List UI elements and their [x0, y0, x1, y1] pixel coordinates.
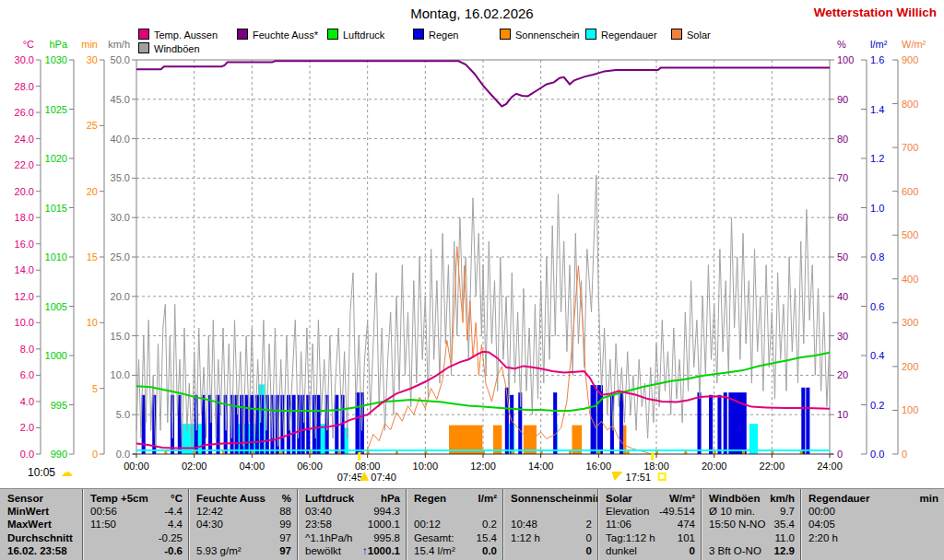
axis-pct: 0102030405060708090100%: [830, 39, 854, 460]
table-cell-value: 4.4: [168, 518, 183, 531]
table-cell-left: MaxWert: [7, 518, 52, 531]
svg-text:1000: 1000: [45, 350, 67, 361]
svg-text:14.0: 14.0: [15, 264, 34, 275]
table-cell-value: -4.4: [164, 505, 183, 518]
weather-chart: 0.02.04.06.08.010.012.014.016.018.020.02…: [0, 0, 944, 488]
table-row: 1:12 h0: [503, 531, 597, 544]
table-cell-value: 994.3: [373, 505, 400, 518]
svg-text:0: 0: [837, 449, 843, 460]
table-cell-value: km/h: [770, 492, 795, 505]
table-row: ^1.1hPa/h995.8: [298, 531, 406, 544]
svg-text:0.4: 0.4: [870, 350, 884, 361]
table-row: MinWert: [0, 505, 82, 518]
table-cell-value: -0.25: [159, 531, 183, 544]
svg-text:20.0: 20.0: [111, 291, 130, 302]
svg-text:1020: 1020: [45, 153, 67, 164]
table-cell-left: Solar: [606, 492, 632, 505]
sunset-time: 17:51: [626, 472, 652, 483]
svg-text:1.6: 1.6: [870, 54, 884, 65]
table-row: 04:3099: [189, 518, 297, 531]
svg-text:16.0: 16.0: [15, 239, 34, 250]
svg-text:900: 900: [902, 54, 918, 65]
table-row: dunkel0: [598, 544, 701, 557]
table-column-sensor: SensorMinWertMaxWertDurchschnitt16.02. 2…: [0, 489, 82, 560]
svg-text:5.0: 5.0: [116, 409, 130, 420]
svg-text:1.0: 1.0: [870, 203, 884, 214]
svg-text:8.0: 8.0: [20, 344, 34, 355]
table-row: 5.93 g/m²97: [189, 544, 297, 557]
svg-text:25.0: 25.0: [111, 251, 130, 262]
svg-text:30.0: 30.0: [15, 54, 34, 65]
table-row: 04:05: [801, 518, 944, 531]
table-cell-left: 11:50: [90, 518, 116, 531]
table-row: 2:20 h: [801, 531, 944, 544]
table-row: 12:4288: [189, 505, 297, 518]
table-cell-left: 00:12: [414, 518, 441, 531]
x-tick-label: 14:00: [528, 461, 554, 472]
svg-text:1030: 1030: [45, 54, 67, 65]
table-column-windb-en: Windböenkm/hØ 10 min.9.715:50 N-NO35.411…: [701, 489, 800, 560]
table-cell-left: Luftdruck: [305, 492, 354, 505]
table-row: Durchschnitt: [0, 531, 82, 544]
table-cell-value: 0: [690, 544, 695, 557]
table-cell-value: hPa: [381, 492, 400, 505]
svg-text:300: 300: [902, 317, 918, 328]
svg-text:5: 5: [92, 383, 98, 394]
sun-annotations: 07:4507:4017:51: [337, 452, 666, 483]
svg-text:80: 80: [837, 134, 848, 145]
table-cell-left: Windböen: [709, 492, 760, 505]
svg-text:6.0: 6.0: [20, 369, 34, 380]
table-cell-left: Elevation: [606, 505, 649, 518]
table-row: 03:40994.3: [298, 505, 406, 518]
table-row: -0.25: [83, 531, 188, 544]
table-cell-value: 97: [279, 544, 291, 557]
table-column-luftdruck: LuftdruckhPa03:40994.323:581000.1^1.1hPa…: [297, 489, 406, 560]
table-cell-value: 0: [586, 531, 592, 544]
table-column-solar: SolarW/m²Elevation-49.51411:06474Tag:1:1…: [597, 489, 701, 560]
table-cell-value: °C: [171, 492, 183, 505]
svg-text:0.0: 0.0: [20, 449, 34, 460]
table-cell-left: 3 Bft O-NO: [709, 544, 761, 557]
svg-text:30.0: 30.0: [111, 212, 130, 223]
table-row: 15.4 l/m²0.0: [407, 544, 502, 557]
table-cell-left: ^1.1hPa/h: [305, 531, 352, 544]
svg-text:0: 0: [92, 449, 98, 460]
axis-temp: 0.02.04.06.08.010.012.014.016.018.020.02…: [15, 39, 41, 460]
table-cell-value: 99: [279, 518, 291, 531]
svg-text:10: 10: [87, 317, 98, 328]
svg-text:100: 100: [837, 54, 854, 65]
table-row: Tag:1:12 h101: [598, 531, 701, 544]
sunset-icon: [612, 472, 623, 481]
svg-text:1025: 1025: [45, 104, 67, 115]
table-cell-value: %: [282, 492, 291, 505]
table-cell-value: 35.4: [774, 518, 795, 531]
sunrise-time-a: 07:45: [337, 472, 363, 483]
svg-text:40.0: 40.0: [111, 134, 130, 145]
table-row: Gesamt:15.4: [407, 531, 502, 544]
axis-unit-lm2: l/m²: [870, 39, 888, 50]
table-cell-left: Temp +5cm: [90, 492, 148, 505]
svg-text:600: 600: [902, 186, 918, 197]
axis-lm2: 0.00.20.40.60.81.01.21.41.6l/m²: [861, 39, 888, 460]
svg-text:995: 995: [51, 400, 67, 411]
table-cell-left: 16.02. 23:58: [7, 544, 67, 557]
table-column-feuchte-auss: Feuchte Auss%12:428804:3099975.93 g/m²97: [188, 489, 297, 560]
svg-text:90: 90: [837, 94, 848, 105]
table-row: LuftdruckhPa: [298, 492, 406, 505]
svg-text:18.0: 18.0: [15, 212, 34, 223]
svg-text:1015: 1015: [45, 203, 67, 214]
x-tick-label: 22:00: [760, 461, 785, 472]
table-row: 11:504.4: [83, 518, 188, 531]
table-cell-left: 04:30: [196, 518, 223, 531]
table-cell-left: Regen: [414, 492, 446, 505]
table-cell-left: 23:58: [305, 518, 332, 531]
table-cell-left: 04:05: [808, 518, 835, 531]
x-tick-label: 06:00: [297, 461, 323, 472]
svg-text:800: 800: [902, 99, 918, 110]
x-tick-label: 04:00: [240, 461, 266, 472]
svg-text:20: 20: [87, 186, 98, 197]
table-cell-left: 00:00: [808, 505, 835, 518]
svg-text:15.0: 15.0: [111, 331, 130, 342]
x-axis: 00:0002:0004:0006:0008:0010:0012:0014:00…: [124, 454, 843, 472]
svg-text:10.0: 10.0: [15, 317, 34, 328]
